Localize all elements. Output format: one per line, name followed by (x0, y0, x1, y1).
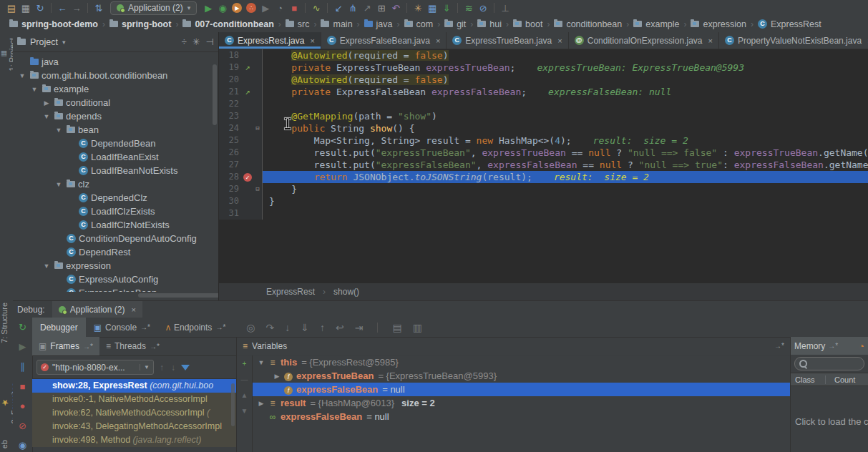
collapse-all-icon[interactable]: ÷ (182, 36, 187, 47)
code-line[interactable]: 24⊟ public String show() { (219, 122, 868, 134)
modules-icon[interactable]: ▦ (425, 1, 439, 14)
tool-window-structure[interactable]: 7: Structure (0, 303, 13, 343)
tree-expander-icon[interactable]: ▶ (42, 99, 52, 107)
tree-expander-icon[interactable]: ▶ (255, 400, 267, 407)
project-tree-vscrollbar[interactable] (213, 64, 217, 125)
save-all-icon[interactable]: ▦ (19, 1, 33, 14)
forbid-icon[interactable]: ⊘ (476, 1, 490, 14)
hide-panel-icon[interactable]: ⊣ (206, 36, 214, 47)
push-icon[interactable]: ↗ (360, 1, 374, 14)
open-icon[interactable]: ▤ (4, 1, 19, 14)
breadcrumb-item[interactable]: java (361, 19, 396, 29)
rerun-icon[interactable]: ↻ (16, 321, 30, 334)
filter-icon[interactable] (181, 365, 190, 370)
view-breakpoints-icon[interactable]: ● (16, 400, 30, 413)
step-into-icon[interactable]: ↓ (285, 322, 290, 333)
layout-settings-icon[interactable]: ▥ (413, 322, 422, 333)
breakpoint-icon[interactable]: ✓ (242, 171, 253, 183)
editor-tab[interactable]: @ConditionalOnExpression.java× (569, 32, 719, 49)
code-line[interactable]: 21↗ private ExpressFalseBean expressFals… (219, 86, 868, 98)
run-dotted-icon[interactable]: ▶ (258, 1, 273, 14)
breadcrumb-class[interactable]: ExpressRest (266, 287, 315, 297)
forward-icon[interactable]: → (69, 1, 84, 14)
update-project-icon[interactable]: ↙ (331, 1, 346, 14)
tree-item[interactable]: ▼depends (13, 109, 213, 123)
gear-icon[interactable]: ✳ (192, 36, 200, 47)
run-coverage-icon[interactable]: ▶ (232, 3, 242, 13)
tree-item[interactable]: ▼example (13, 82, 213, 96)
breadcrumb-item[interactable]: com (401, 19, 437, 29)
tab-threads[interactable]: ≡Threads→* (99, 337, 166, 355)
gauge-icon[interactable]: ◔ (273, 1, 287, 14)
stop-icon[interactable]: ■ (16, 380, 30, 393)
tree-item[interactable]: CDependedBean (13, 137, 213, 150)
editor-tab[interactable]: CExpressFalseBean.java× (321, 32, 447, 49)
tree-item[interactable]: ▼expression (13, 259, 213, 272)
attach-debugger-icon[interactable]: ∿ (309, 1, 323, 14)
profiler-icon[interactable]: ∴ (246, 3, 256, 13)
frame-row[interactable]: invoke:43, DelegatingMethodAccessorImpl (32, 420, 236, 433)
fold-marker-icon[interactable]: ⊟ (253, 183, 262, 195)
editor-tab[interactable]: CExpressRest.java× (219, 32, 321, 49)
down-icon[interactable]: ↓ (171, 363, 175, 373)
tree-item[interactable]: ▶conditional (13, 96, 213, 109)
memory-empty-text[interactable]: Click to load the classes list (791, 416, 868, 427)
memory-tab-label[interactable]: Memory (794, 341, 825, 351)
evaluate-expression-icon[interactable]: ▤ (392, 322, 401, 333)
chevron-down-icon[interactable]: ▾ (62, 39, 66, 46)
step-over-icon[interactable]: ↷ (266, 322, 275, 333)
variable-row[interactable]: ▶fexpressTrueBean= {ExpressTrueBean@5993… (253, 369, 790, 383)
breadcrumb-item[interactable]: spring-boot-demo (6, 19, 102, 29)
tree-item[interactable]: CDependRest (13, 245, 213, 259)
breadcrumb-method[interactable]: show() (333, 287, 359, 297)
tool-window-web[interactable]: eb (0, 440, 13, 448)
close-icon[interactable]: × (310, 36, 314, 45)
tree-expander-icon[interactable]: ▶ (271, 373, 283, 380)
tree-expander-icon[interactable]: ▼ (42, 262, 52, 270)
tree-item[interactable]: CLoadIfClzNotExists (13, 218, 213, 232)
breadcrumb-item[interactable]: git (441, 19, 469, 29)
up-icon[interactable]: ▲ (241, 391, 248, 399)
close-icon[interactable]: × (708, 36, 712, 45)
tree-expander-icon[interactable]: ▼ (42, 113, 52, 120)
breadcrumb-item[interactable]: 007-conditionbean (179, 19, 277, 29)
code-line[interactable]: 23 @GetMapping(path = "show") (219, 110, 868, 122)
tree-item[interactable]: java (13, 55, 213, 69)
breadcrumb-item[interactable]: boot (509, 19, 546, 29)
up-icon[interactable]: ↑ (160, 363, 164, 373)
show-execution-point-icon[interactable]: ◎ (246, 322, 255, 333)
breadcrumb-item[interactable]: spring-boot (106, 19, 175, 29)
code-line[interactable]: 29⊟ } (219, 183, 868, 195)
variable-row[interactable]: ∞expressFalseBean= null (253, 410, 790, 423)
wrench-icon[interactable]: ✳ (411, 1, 425, 14)
tree-expander-icon[interactable]: ▼ (17, 72, 27, 79)
column-class[interactable]: Class (791, 375, 826, 384)
overhead-gauge-icon[interactable]: ◔ (859, 340, 864, 352)
tree-expander-icon[interactable]: ▼ (29, 86, 39, 93)
line-numbers-icon[interactable]: ⇅ (92, 1, 106, 14)
code-area[interactable]: 18 @Autowired(required = false)19↗ priva… (219, 49, 868, 283)
close-icon[interactable]: × (131, 305, 135, 314)
pause-icon[interactable]: ∥ (16, 360, 30, 373)
breadcrumb-item[interactable]: CExpressRest (754, 19, 825, 29)
tree-item[interactable]: CDependedClz (13, 191, 213, 205)
tab-debugger[interactable]: Debugger (32, 318, 86, 337)
tab-console[interactable]: ▣Console→* (86, 318, 158, 337)
code-line[interactable]: 31 (219, 207, 868, 220)
back-icon[interactable]: ← (55, 1, 69, 14)
step-out-icon[interactable]: ↑ (320, 322, 325, 333)
down-icon[interactable]: ▼ (241, 407, 248, 415)
sync-icon[interactable]: ↻ (33, 1, 47, 14)
close-icon[interactable]: × (557, 36, 562, 45)
variable-row[interactable]: fexpressFalseBean= null (253, 383, 790, 396)
code-line[interactable]: 28✓ return JSONObject.toJSONString(resul… (219, 171, 868, 183)
tree-item[interactable]: ▼bean (13, 123, 213, 137)
tool-window-favorites[interactable]: ★ 2: Favorites (0, 383, 13, 423)
code-line[interactable]: 22 (219, 98, 868, 110)
monitor-icon[interactable]: ≋ (462, 1, 476, 14)
code-line[interactable]: 20 @Autowired(required = false) (219, 74, 868, 86)
tree-item[interactable]: CLoadIfClzExists (13, 205, 213, 218)
code-line[interactable]: 19↗ private ExpressTrueBean expressTrueB… (219, 62, 868, 74)
breadcrumb-item[interactable]: src (282, 19, 313, 29)
frame-row[interactable]: show:28, ExpressRest (com.git.hui.boo (32, 379, 236, 393)
